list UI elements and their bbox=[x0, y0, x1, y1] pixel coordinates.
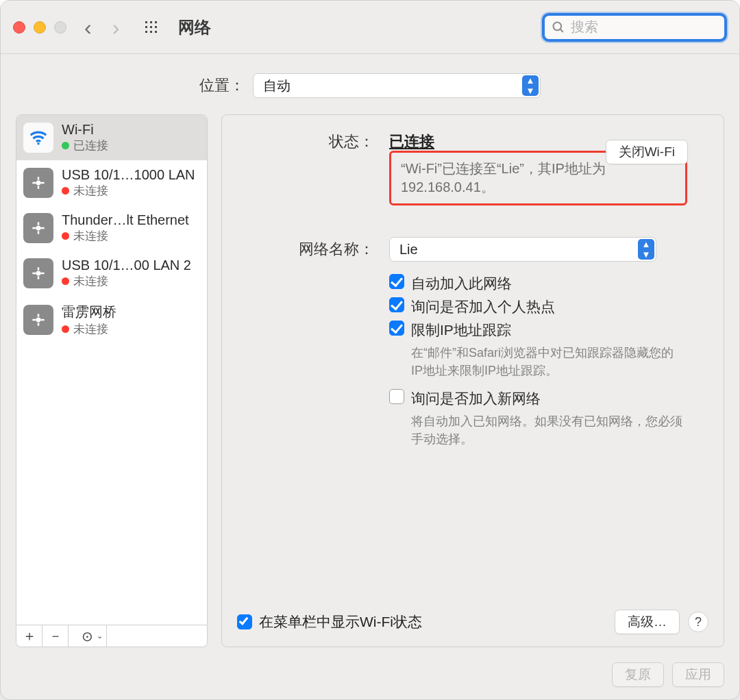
details-header: 状态： 已连接 “Wi-Fi”已连接至“Lie”，其IP地址为192.168.0… bbox=[237, 132, 708, 212]
help-button[interactable]: ? bbox=[688, 612, 708, 632]
location-value: 自动 bbox=[263, 77, 291, 95]
minimize-window-button[interactable] bbox=[34, 21, 46, 34]
search-field[interactable] bbox=[542, 13, 727, 42]
limit-tracking-label: 限制IP地址跟踪 bbox=[411, 321, 511, 340]
service-list: Wi-Fi 已连接 USB 10/1…1000 LAN 未连接 bbox=[16, 114, 208, 625]
service-status: 未连接 bbox=[62, 228, 189, 244]
nav-arrows: ‹ › bbox=[84, 16, 119, 38]
service-status: 未连接 bbox=[62, 273, 191, 289]
network-preferences-window: ‹ › 网络 位置： 自动 ▲▼ bbox=[0, 0, 740, 700]
service-name: USB 10/1…1000 LAN bbox=[62, 167, 195, 183]
show-menubar-checkbox[interactable] bbox=[237, 614, 252, 629]
service-item-usb-lan-2[interactable]: USB 10/1…00 LAN 2 未连接 bbox=[16, 251, 207, 296]
search-icon bbox=[552, 21, 565, 34]
ethernet-icon bbox=[23, 305, 53, 335]
service-name: USB 10/1…00 LAN 2 bbox=[62, 258, 191, 273]
status-label: 状态： bbox=[237, 132, 374, 152]
status-dot-icon bbox=[62, 187, 69, 195]
service-item-usb-lan-1[interactable]: USB 10/1…1000 LAN 未连接 bbox=[16, 160, 207, 205]
service-status: 已连接 bbox=[62, 138, 108, 153]
limit-tracking-description: 在“邮件”和Safari浏览器中对已知跟踪器隐藏您的IP地址来限制IP地址跟踪。 bbox=[411, 344, 685, 379]
search-input[interactable] bbox=[571, 19, 740, 35]
apply-button: 应用 bbox=[672, 662, 724, 687]
svg-point-0 bbox=[554, 22, 562, 30]
svg-point-2 bbox=[37, 142, 40, 145]
advanced-button[interactable]: 高级… bbox=[615, 610, 680, 634]
status-detail-text: “Wi-Fi”已连接至“Lie”，其IP地址为192.168.0.41。 bbox=[401, 161, 606, 195]
svg-line-1 bbox=[560, 29, 563, 32]
service-name: Thunder…lt Ethernet bbox=[62, 212, 189, 228]
ask-hotspot-label: 询问是否加入个人热点 bbox=[411, 297, 555, 316]
network-name-label: 网络名称： bbox=[237, 239, 374, 260]
turn-off-wifi-button[interactable]: 关闭Wi-Fi bbox=[606, 140, 688, 164]
status-dot-icon bbox=[62, 142, 69, 149]
ask-hotspot-checkbox[interactable] bbox=[389, 297, 404, 312]
sidebar-tools: ＋ － ⊙⌄ bbox=[16, 625, 208, 647]
status-dot-icon bbox=[62, 325, 69, 333]
service-status: 未连接 bbox=[62, 321, 116, 337]
service-sidebar: Wi-Fi 已连接 USB 10/1…1000 LAN 未连接 bbox=[16, 114, 208, 647]
chevron-updown-icon: ▲▼ bbox=[638, 239, 654, 260]
svg-point-4 bbox=[37, 227, 40, 229]
service-item-thunderbolt-bridge[interactable]: 雷雳网桥 未连接 bbox=[16, 296, 207, 344]
revert-button: 复原 bbox=[612, 662, 664, 687]
network-name-value: Lie bbox=[399, 242, 418, 258]
details-bottom-row: 在菜单栏中显示Wi-Fi状态 高级… ? bbox=[237, 610, 708, 634]
ethernet-icon bbox=[23, 258, 53, 288]
location-popup[interactable]: 自动 ▲▼ bbox=[253, 73, 541, 98]
service-name: Wi-Fi bbox=[62, 122, 108, 138]
remove-service-button[interactable]: － bbox=[42, 625, 69, 647]
ethernet-icon bbox=[23, 168, 53, 198]
autojoin-checkbox[interactable] bbox=[389, 274, 404, 289]
zoom-window-button bbox=[54, 21, 66, 34]
service-actions-menu[interactable]: ⊙⌄ bbox=[69, 625, 107, 647]
status-dot-icon bbox=[62, 277, 69, 285]
content: 位置： 自动 ▲▼ Wi-Fi 已连接 bbox=[1, 54, 739, 699]
chevron-down-icon: ⌄ bbox=[97, 632, 103, 640]
autojoin-label: 自动加入此网络 bbox=[411, 274, 512, 293]
limit-tracking-checkbox[interactable] bbox=[389, 321, 404, 336]
gear-icon: ⊙ bbox=[82, 628, 93, 645]
network-name-popup[interactable]: Lie ▲▼ bbox=[389, 237, 656, 262]
footer: 复原 应用 bbox=[16, 662, 724, 687]
ask-new-description: 将自动加入已知网络。如果没有已知网络，您必须手动选择。 bbox=[411, 412, 685, 448]
ask-hotspot-checkbox-row: 询问是否加入个人热点 bbox=[389, 297, 708, 316]
wifi-icon bbox=[23, 123, 53, 153]
limit-tracking-checkbox-row: 限制IP地址跟踪 bbox=[389, 321, 708, 340]
close-window-button[interactable] bbox=[13, 21, 25, 34]
traffic-lights bbox=[13, 21, 66, 34]
titlebar: ‹ › 网络 bbox=[1, 1, 739, 54]
svg-point-6 bbox=[37, 318, 40, 321]
service-status: 未连接 bbox=[62, 183, 195, 199]
location-label: 位置： bbox=[199, 75, 245, 96]
forward-button: › bbox=[112, 16, 120, 38]
autojoin-checkbox-row: 自动加入此网络 bbox=[389, 274, 708, 293]
window-title: 网络 bbox=[178, 16, 211, 38]
chevron-updown-icon: ▲▼ bbox=[522, 75, 539, 96]
location-row: 位置： 自动 ▲▼ bbox=[16, 73, 724, 98]
status-dot-icon bbox=[62, 232, 69, 240]
ethernet-icon bbox=[23, 213, 53, 243]
service-item-wifi[interactable]: Wi-Fi 已连接 bbox=[16, 115, 207, 160]
ask-new-checkbox[interactable] bbox=[389, 389, 404, 404]
details-panel: 状态： 已连接 “Wi-Fi”已连接至“Lie”，其IP地址为192.168.0… bbox=[221, 114, 724, 647]
back-button[interactable]: ‹ bbox=[84, 16, 92, 38]
show-all-prefs-button[interactable] bbox=[144, 20, 159, 35]
svg-point-3 bbox=[37, 182, 40, 184]
main-row: Wi-Fi 已连接 USB 10/1…1000 LAN 未连接 bbox=[16, 114, 724, 647]
service-name: 雷雳网桥 bbox=[62, 303, 116, 321]
svg-point-5 bbox=[37, 272, 40, 275]
add-service-button[interactable]: ＋ bbox=[16, 625, 42, 647]
ask-new-checkbox-row: 询问是否加入新网络 bbox=[389, 389, 708, 408]
show-menubar-label: 在菜单栏中显示Wi-Fi状态 bbox=[259, 612, 422, 632]
service-item-thunderbolt-eth[interactable]: Thunder…lt Ethernet 未连接 bbox=[16, 205, 207, 251]
ask-new-label: 询问是否加入新网络 bbox=[411, 389, 541, 408]
